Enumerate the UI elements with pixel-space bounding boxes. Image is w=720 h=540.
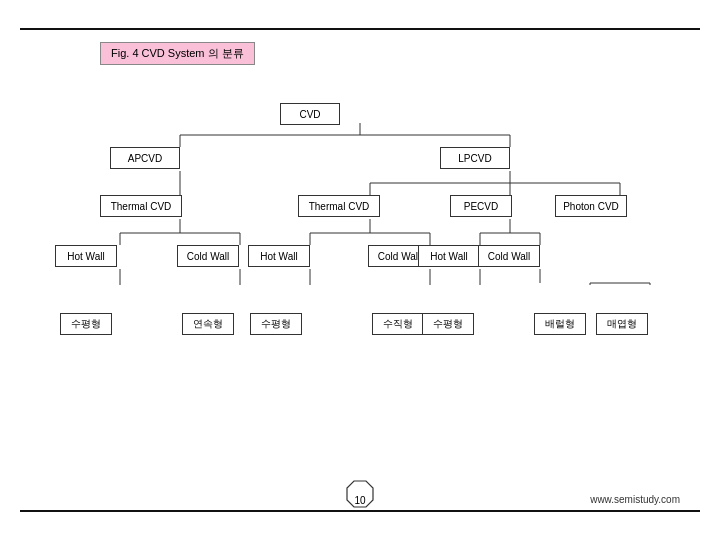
website-text: www.semistudy.com [590,494,680,505]
tree-lines [30,75,690,475]
node-apcvd-cold-wall: Cold Wall [177,245,239,267]
node-pecvd: PECVD [450,195,512,217]
page-number: 10 [346,495,374,506]
node-cvd: CVD [280,103,340,125]
node-k-pecvd-cold-1: 배럴형 [534,313,586,335]
node-lpcvd-thermal-hot-wall: Hot Wall [248,245,310,267]
node-pecvd-cold-wall: Cold Wall [478,245,540,267]
node-k-apcvd-cold: 연속형 [182,313,234,335]
node-apcvd-thermal: Thermal CVD [100,195,182,217]
node-k-lpcvd-thermal-cold: 수직형 [372,313,424,335]
node-photon-cvd: Photon CVD [555,195,627,217]
node-apcvd-hot-wall: Hot Wall [55,245,117,267]
node-k-lpcvd-thermal-hot: 수평형 [250,313,302,335]
figure-title: Fig. 4 CVD System 의 분류 [100,42,255,65]
node-k-pecvd-cold-2: 매엽형 [596,313,648,335]
node-apcvd: APCVD [110,147,180,169]
node-lpcvd-thermal: Thermal CVD [298,195,380,217]
node-k-pecvd-hot: 수평형 [422,313,474,335]
top-border [20,28,700,30]
node-k-apcvd-hot: 수평형 [60,313,112,335]
node-lpcvd: LPCVD [440,147,510,169]
node-pecvd-hot-wall: Hot Wall [418,245,480,267]
bottom-border [20,510,700,512]
